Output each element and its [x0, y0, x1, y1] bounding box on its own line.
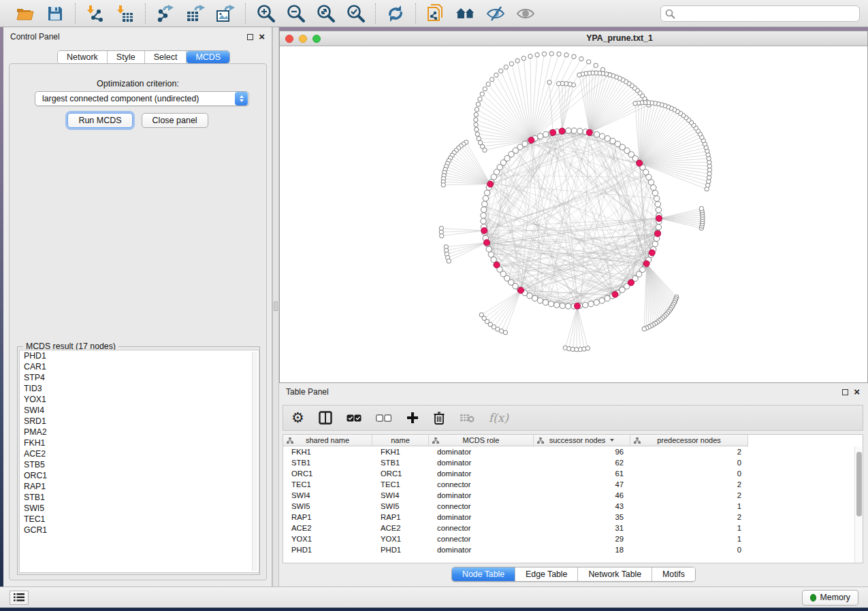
table-row[interactable]: ACE2ACE2connector311: [283, 523, 863, 533]
table-scrollbar[interactable]: [854, 446, 863, 563]
tab-mcds[interactable]: MCDS: [187, 51, 229, 63]
table-cell: 2: [630, 490, 748, 501]
table-row[interactable]: RAP1RAP1dominator352: [283, 512, 863, 523]
table-cell: 0: [630, 544, 748, 555]
export-network-icon[interactable]: [154, 3, 177, 24]
save-icon[interactable]: [44, 3, 67, 24]
table-scrollbar-thumb[interactable]: [856, 452, 862, 516]
result-list-item[interactable]: STB5: [20, 459, 259, 470]
result-list-item[interactable]: CAR1: [20, 361, 259, 372]
status-bar: Memory: [0, 587, 868, 608]
table-row[interactable]: ORC1ORC1dominator610: [283, 468, 863, 479]
column-header-predecessor-nodes[interactable]: predecessor nodes: [630, 435, 748, 446]
close-panel-button[interactable]: Close panel: [142, 113, 208, 128]
hide-graphics-eye-icon[interactable]: [484, 3, 507, 24]
result-list-item[interactable]: SWI5: [20, 503, 259, 514]
run-mcds-button[interactable]: Run MCDS: [67, 113, 132, 128]
hide-table-icon[interactable]: [460, 413, 475, 423]
home-icon[interactable]: [454, 3, 477, 24]
table-cell: 46: [534, 490, 630, 501]
result-list-item[interactable]: SRD1: [20, 416, 259, 427]
table-row[interactable]: FKH1FKH1dominator962: [283, 446, 863, 457]
refresh-icon[interactable]: [384, 3, 407, 24]
node-table[interactable]: shared name name MCDS role successor nod…: [283, 434, 863, 563]
result-list-item[interactable]: TID3: [20, 383, 259, 394]
table-cell: STB1: [372, 457, 429, 468]
float-panel-icon[interactable]: [247, 34, 253, 40]
table-cell: dominator: [429, 544, 534, 555]
table-row[interactable]: TEC1TEC1connector472: [283, 479, 863, 490]
float-table-panel-icon[interactable]: [842, 389, 848, 395]
export-image-icon[interactable]: [214, 3, 237, 24]
result-list-item[interactable]: TEC1: [20, 514, 259, 525]
control-panel-title: Control Panel: [10, 32, 60, 42]
columns-icon[interactable]: [319, 411, 332, 425]
dropdown-selected-value: largest connected component (undirected): [35, 94, 235, 103]
import-table-icon[interactable]: [114, 3, 137, 24]
table-cell: 29: [534, 533, 630, 544]
zoom-in-icon[interactable]: [254, 3, 277, 24]
tab-motifs[interactable]: Motifs: [652, 567, 695, 581]
task-history-button[interactable]: [10, 591, 29, 605]
result-list-item[interactable]: ORC1: [20, 470, 259, 481]
tab-network[interactable]: Network: [58, 51, 108, 63]
share-document-icon[interactable]: [424, 3, 447, 24]
column-header-successor-nodes[interactable]: successor nodes: [534, 435, 630, 446]
search-icon: [665, 9, 675, 19]
close-table-panel-icon[interactable]: ×: [854, 389, 860, 395]
show-graphics-eye-icon[interactable]: [514, 3, 537, 24]
tab-edge-table[interactable]: Edge Table: [515, 567, 578, 581]
column-header-shared-name[interactable]: shared name: [283, 435, 372, 446]
table-row[interactable]: PHD1PHD1dominator180: [283, 544, 863, 555]
deselect-all-icon[interactable]: [376, 414, 392, 422]
network-canvas[interactable]: [280, 46, 867, 382]
network-window-titlebar[interactable]: YPA_prune.txt_1: [280, 31, 867, 46]
sort-descending-icon: [610, 439, 614, 442]
tab-select[interactable]: Select: [145, 51, 187, 63]
export-table-icon[interactable]: [184, 3, 207, 24]
table-row[interactable]: STB1STB1dominator620: [283, 457, 863, 468]
control-panel: Control Panel × Network Style Select MCD…: [3, 27, 272, 587]
import-network-icon[interactable]: [84, 3, 107, 24]
optimization-criterion-dropdown[interactable]: largest connected component (undirected): [35, 91, 249, 106]
search-input[interactable]: [660, 5, 860, 22]
table-cell: connector: [429, 523, 534, 533]
zoom-out-icon[interactable]: [284, 3, 307, 24]
memory-button[interactable]: Memory: [802, 590, 858, 606]
result-list-scrollbar[interactable]: [252, 352, 257, 571]
table-row[interactable]: YOX1YOX1connector291: [283, 533, 863, 544]
result-list-item[interactable]: STP4: [20, 372, 259, 383]
network-view-window: YPA_prune.txt_1: [279, 31, 868, 383]
tab-network-table[interactable]: Network Table: [578, 567, 652, 581]
result-list-item[interactable]: YOX1: [20, 394, 259, 405]
table-cell: 31: [534, 523, 630, 533]
result-list-item[interactable]: GCR1: [20, 525, 259, 535]
table-row[interactable]: SWI4SWI4dominator462: [283, 490, 863, 501]
result-list-item[interactable]: STB1: [20, 492, 259, 503]
tab-node-table[interactable]: Node Table: [452, 567, 515, 581]
gear-icon[interactable]: ⚙: [291, 411, 304, 425]
function-builder-icon[interactable]: f(x): [489, 411, 509, 425]
result-list-item[interactable]: FKH1: [20, 437, 259, 448]
splitter-grip[interactable]: [274, 301, 278, 311]
table-cell: dominator: [429, 457, 534, 468]
tab-style[interactable]: Style: [108, 51, 145, 63]
open-folder-icon[interactable]: [14, 3, 37, 24]
mcds-result-list[interactable]: PHD1CAR1STP4TID3YOX1SWI4SRD1PMA2FKH1ACE2…: [19, 350, 259, 573]
result-list-item[interactable]: SWI4: [20, 405, 259, 416]
column-header-mcds-role[interactable]: MCDS role: [429, 435, 534, 446]
table-row[interactable]: SWI5SWI5connector431: [283, 501, 863, 512]
result-list-item[interactable]: RAP1: [20, 481, 259, 492]
zoom-selected-icon[interactable]: [344, 3, 367, 24]
result-list-item[interactable]: PHD1: [20, 350, 259, 361]
delete-column-icon[interactable]: [433, 411, 445, 425]
zoom-fit-icon[interactable]: [314, 3, 337, 24]
result-list-item[interactable]: ACE2: [20, 448, 259, 459]
select-all-icon[interactable]: [347, 414, 361, 422]
add-column-icon[interactable]: [406, 412, 419, 424]
vertical-splitter[interactable]: [272, 27, 279, 587]
result-list-item[interactable]: PMA2: [20, 427, 259, 437]
close-panel-icon[interactable]: ×: [259, 33, 265, 40]
table-cell: FKH1: [283, 446, 372, 457]
column-header-name[interactable]: name: [372, 435, 429, 446]
